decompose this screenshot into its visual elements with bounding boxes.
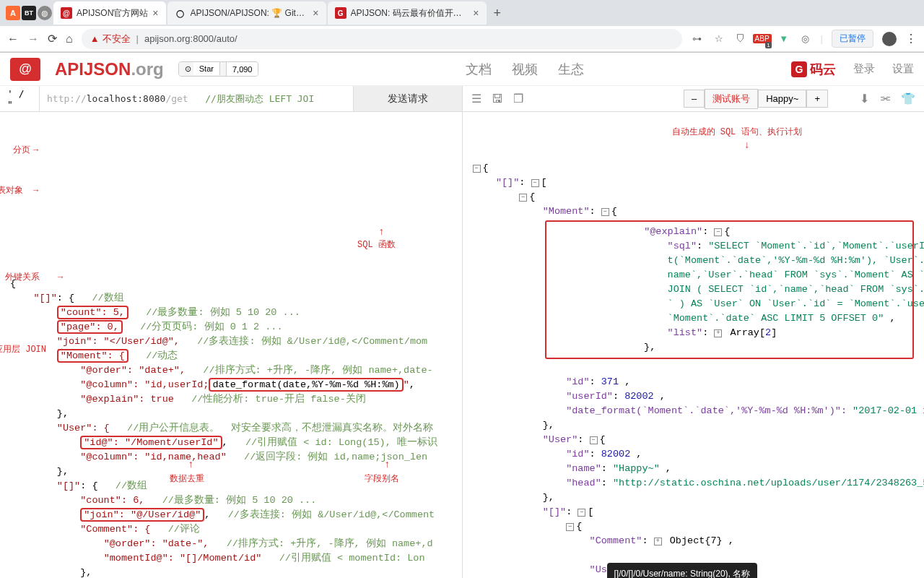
list-icon[interactable]: ☰	[471, 92, 481, 105]
url-input[interactable]: http://localhost:8080/get //朋友圈动态 LEFT J…	[40, 86, 354, 111]
nav-docs[interactable]: 文档	[466, 61, 492, 78]
request-body-editor[interactable]: 分页→ 表对象→ 外键关系→ 应用层 JOIN→ SQL 函数 ↑ 数据去重 ↑…	[0, 112, 462, 578]
logo-text: APIJSON.org	[55, 59, 164, 79]
response-pane: ☰ 🖫 ❒ – 测试账号 Happy~ + ⬇ ⫘ 👕 自动生成的 SQL 语句…	[463, 86, 925, 578]
label-auto-sql: 自动生成的 SQL 语句、执行计划	[672, 125, 802, 139]
layers-icon[interactable]: ❒	[513, 92, 523, 105]
gitee-logo[interactable]: G 码云	[791, 61, 836, 78]
menu-icon[interactable]: ⋮	[905, 32, 917, 46]
login-button[interactable]: 登录	[853, 62, 875, 76]
send-button[interactable]: 发送请求	[354, 86, 462, 111]
collapse-icon[interactable]: −	[714, 228, 722, 236]
response-viewer[interactable]: 自动生成的 SQL 语句、执行计划 ↓ −{ "[]": −[ −{ "Mome…	[463, 112, 925, 578]
protocol-prefix[interactable]: ' / "	[0, 86, 40, 111]
home-icon[interactable]: ⌂	[66, 33, 73, 46]
minus-button[interactable]: –	[684, 90, 705, 108]
shield-icon[interactable]: ⛉	[734, 33, 747, 46]
avatar[interactable]	[882, 32, 897, 46]
browser-tab-active[interactable]: @ APIJSON官方网站 ×	[53, 1, 166, 25]
logo-icon: @	[10, 58, 40, 81]
browser-chrome: A BT ◍ @ APIJSON官方网站 × ◯ APIJSON/APIJSON…	[0, 0, 924, 53]
expand-icon[interactable]: +	[714, 329, 722, 337]
adblock-icon[interactable]: ABP 1	[756, 33, 769, 46]
label-app-join: 应用层 JOIN	[0, 342, 46, 357]
app-icon-2[interactable]: BT	[22, 6, 36, 20]
close-icon[interactable]: ×	[473, 7, 479, 19]
pause-button[interactable]: 已暂停	[832, 30, 873, 48]
collapse-icon[interactable]: −	[566, 523, 574, 531]
tab-title: APIJSON/APIJSON: 🏆 Gitee M	[191, 8, 309, 18]
settings-button[interactable]: 设置	[892, 62, 914, 76]
star-icon[interactable]: ☆	[712, 33, 725, 46]
collapse-icon[interactable]: −	[519, 194, 527, 202]
key-icon[interactable]: ⊶	[691, 33, 704, 46]
url-text: apijson.org:8000/auto/	[144, 33, 237, 44]
warning-icon: ▲	[90, 33, 100, 44]
tab-title: APIJSON官方网站	[77, 7, 148, 20]
shirt-icon[interactable]: 👕	[901, 92, 915, 105]
tab-strip: A BT ◍ @ APIJSON官方网站 × ◯ APIJSON/APIJSON…	[0, 0, 924, 26]
tab-title: APIJSON: 码云最有价值开源项	[351, 7, 469, 20]
reload-icon[interactable]: ⟳	[48, 32, 57, 46]
collapse-icon[interactable]: −	[473, 165, 481, 173]
request-pane: ' / " http://localhost:8080/get //朋友圈动态 …	[0, 86, 463, 578]
expand-icon[interactable]: +	[654, 538, 662, 545]
address-bar[interactable]: ▲ 不安全 | apijson.org:8000/auto/	[82, 29, 682, 49]
browser-tab[interactable]: G APIJSON: 码云最有价值开源项 ×	[328, 1, 487, 25]
share-icon[interactable]: ⫘	[879, 92, 891, 105]
test-account-button[interactable]: 测试账号	[705, 89, 758, 109]
collapse-icon[interactable]: −	[590, 436, 598, 444]
download-icon[interactable]: ⬇	[860, 92, 869, 105]
ext-icon[interactable]: ◎	[799, 33, 812, 46]
close-icon[interactable]: ×	[152, 7, 158, 19]
app-icon-3[interactable]: ◍	[38, 6, 52, 20]
vue-icon[interactable]: ▼	[777, 33, 790, 46]
collapse-icon[interactable]: −	[601, 208, 609, 216]
label-table-obj: 表对象	[0, 184, 23, 198]
tooltip: []/0/[]/0/User/name: String(20), 名称	[607, 563, 758, 578]
label-dedupe: 数据去重	[170, 472, 204, 486]
label-fk: 外键关系	[5, 270, 40, 285]
request-url-bar: ' / " http://localhost:8080/get //朋友圈动态 …	[0, 86, 462, 112]
github-star-button[interactable]: ⊙ Star 7,090	[178, 61, 259, 77]
app-header: @ APIJSON.org ⊙ Star 7,090 文档 视频 生态 G 码云…	[0, 53, 924, 86]
nav-eco[interactable]: 生态	[558, 61, 584, 78]
label-pagination: 分页	[13, 143, 30, 158]
nav-video[interactable]: 视频	[512, 61, 538, 78]
close-icon[interactable]: ×	[313, 7, 318, 19]
browser-tab[interactable]: ◯ APIJSON/APIJSON: 🏆 Gitee M ×	[167, 1, 326, 25]
insecure-warning: ▲ 不安全	[90, 33, 131, 46]
collapse-icon[interactable]: −	[531, 179, 539, 187]
account-selector: – 测试账号 Happy~ +	[684, 89, 828, 109]
collapse-icon[interactable]: −	[578, 509, 585, 517]
back-icon[interactable]: ←	[7, 33, 19, 46]
new-tab-button[interactable]: +	[488, 6, 507, 21]
user-select[interactable]: Happy~	[758, 90, 806, 108]
app-icon-1[interactable]: A	[6, 6, 20, 20]
save-icon[interactable]: 🖫	[492, 92, 503, 105]
browser-toolbar: ← → ⟳ ⌂ ▲ 不安全 | apijson.org:8000/auto/ ⊶…	[0, 26, 924, 52]
response-toolbar: ☰ 🖫 ❒ – 测试账号 Happy~ + ⬇ ⫘ 👕	[463, 86, 925, 112]
plus-button[interactable]: +	[806, 90, 828, 108]
label-sql-func: SQL 函数	[357, 238, 396, 252]
forward-icon[interactable]: →	[27, 33, 39, 46]
header-nav: 文档 视频 生态	[466, 61, 584, 78]
label-alias: 字段别名	[365, 472, 399, 486]
